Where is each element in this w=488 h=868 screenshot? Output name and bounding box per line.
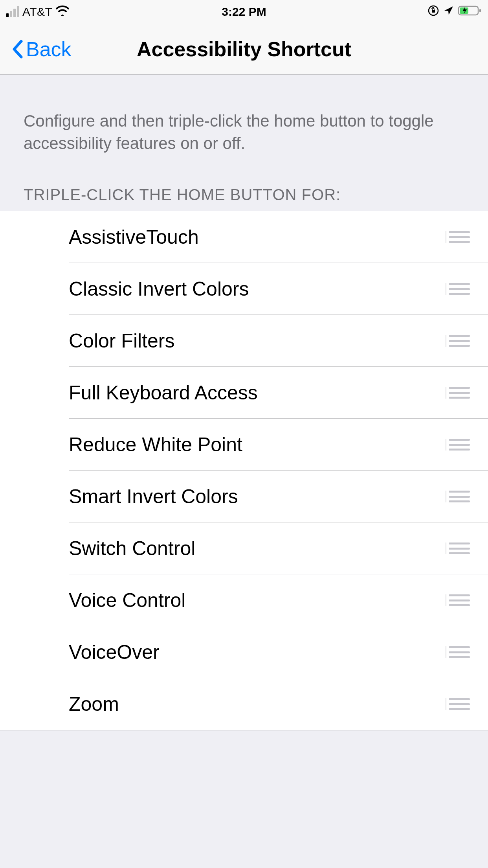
page-title: Accessibility Shortcut <box>137 37 351 61</box>
reorder-handle-icon[interactable] <box>446 335 470 347</box>
orientation-lock-icon <box>427 5 439 19</box>
svg-rect-4 <box>479 9 481 12</box>
reorder-handle-icon[interactable] <box>446 439 470 451</box>
section-header: TRIPLE-CLICK THE HOME BUTTON FOR: <box>0 154 488 211</box>
list-item[interactable]: Zoom <box>0 678 488 730</box>
list-item[interactable]: Color Filters <box>0 315 488 367</box>
content: Configure and then triple-click the home… <box>0 75 488 730</box>
list-item-label: Smart Invert Colors <box>69 485 446 508</box>
list-item-label: Color Filters <box>69 329 446 352</box>
list-item[interactable]: Classic Invert Colors <box>0 263 488 315</box>
reorder-handle-icon[interactable] <box>446 542 470 554</box>
list-item[interactable]: Switch Control <box>0 522 488 574</box>
status-left: AT&T <box>6 5 70 19</box>
reorder-handle-icon[interactable] <box>446 387 470 399</box>
description-text: Configure and then triple-click the home… <box>0 75 488 154</box>
location-icon <box>443 5 454 19</box>
list-item[interactable]: Smart Invert Colors <box>0 471 488 522</box>
list-item-label: Zoom <box>69 693 446 715</box>
carrier-label: AT&T <box>22 5 52 18</box>
reorder-handle-icon[interactable] <box>446 594 470 606</box>
reorder-handle-icon[interactable] <box>446 283 470 295</box>
back-label: Back <box>26 37 72 61</box>
reorder-handle-icon[interactable] <box>446 491 470 502</box>
back-button[interactable]: Back <box>12 37 72 61</box>
reorder-handle-icon[interactable] <box>446 646 470 658</box>
status-time: 3:22 PM <box>222 5 266 18</box>
shortcut-list: AssistiveTouch Classic Invert Colors Col… <box>0 211 488 730</box>
list-item-label: AssistiveTouch <box>69 226 446 248</box>
list-item-label: Full Keyboard Access <box>69 381 446 404</box>
wifi-icon <box>55 5 70 19</box>
list-item-label: Voice Control <box>69 589 446 612</box>
status-bar: AT&T 3:22 PM <box>0 0 488 24</box>
list-item[interactable]: Voice Control <box>0 574 488 626</box>
nav-bar: Back Accessibility Shortcut <box>0 24 488 75</box>
list-item[interactable]: Full Keyboard Access <box>0 367 488 419</box>
chevron-left-icon <box>12 40 24 59</box>
svg-rect-1 <box>432 10 435 13</box>
reorder-handle-icon[interactable] <box>446 231 470 243</box>
status-right <box>427 5 482 19</box>
list-item[interactable]: VoiceOver <box>0 626 488 678</box>
reorder-handle-icon[interactable] <box>446 698 470 710</box>
list-item-label: VoiceOver <box>69 641 446 664</box>
battery-charging-icon <box>458 5 482 19</box>
list-item-label: Reduce White Point <box>69 433 446 456</box>
list-item[interactable]: AssistiveTouch <box>0 211 488 263</box>
list-item-label: Classic Invert Colors <box>69 278 446 300</box>
list-item[interactable]: Reduce White Point <box>0 419 488 471</box>
list-item-label: Switch Control <box>69 537 446 560</box>
signal-strength-icon <box>6 6 19 17</box>
